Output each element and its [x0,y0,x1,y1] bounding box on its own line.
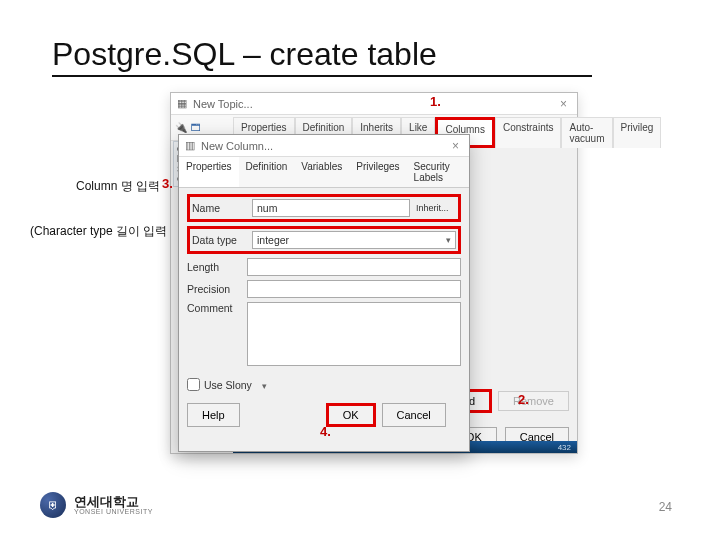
tab-strip-front: Properties Definition Variables Privileg… [179,157,469,188]
column-icon: ▥ [185,139,195,152]
chevron-down-icon: ▾ [446,235,451,245]
tab-constraints[interactable]: Constraints [495,117,562,148]
help-button[interactable]: Help [187,403,240,427]
ftab-privileges[interactable]: Privileges [349,157,406,187]
page-number: 24 [659,500,672,514]
input-length[interactable] [247,258,461,276]
titlebar-back: ▦ New Topic... × [171,93,577,115]
logo-subtext: YONSEI UNIVERSITY [74,508,153,515]
input-precision[interactable] [247,280,461,298]
label-datatype: Data type [192,234,252,246]
slide-title: Postgre.SQL – create table [52,36,592,77]
tab-autovacuum[interactable]: Auto-vacuum [561,117,612,148]
annotation-4: 4. [320,424,331,439]
close-icon[interactable]: × [556,97,571,111]
combo-datatype-value: integer [257,234,289,246]
annotation-3: 3. [162,176,173,191]
chevron-down-icon: ▾ [262,381,267,391]
titlebar-front: ▥ New Column... × [179,135,469,157]
logo-text: 연세대학교 [74,495,153,508]
row-datatype: Data type integer ▾ [187,226,461,254]
row-comment: Comment [187,302,461,366]
label-length: Length [187,261,247,273]
logo-shield-icon: ⛨ [40,492,66,518]
row-use-slony: Use Slony ▾ [179,376,469,393]
close-icon-front[interactable]: × [448,139,463,153]
taskbar-hint: 432 [558,443,571,452]
ftab-security[interactable]: Security Labels [407,157,469,187]
ok-button-front[interactable]: OK [326,403,376,427]
university-logo: ⛨ 연세대학교 YONSEI UNIVERSITY [40,492,153,518]
window-new-column: ▥ New Column... × Properties Definition … [178,134,470,452]
plug-icon[interactable]: 🔌 [175,122,187,133]
ftab-definition[interactable]: Definition [239,157,295,187]
label-name: Name [192,202,252,214]
checkbox-use-slony[interactable] [187,378,200,391]
annotation-column-name: Column 명 입력 [76,178,160,195]
screenshot-composite: ▦ New Topic... × 🔌 🗔 Object browser Serv… [170,92,580,462]
annotation-length: (Character type 길이 입력 [30,223,167,240]
sql-icon[interactable]: 🗔 [191,122,201,133]
combo-slony[interactable]: ▾ [262,379,461,391]
input-name[interactable]: num [252,199,410,217]
label-precision: Precision [187,283,247,295]
cancel-button-front[interactable]: Cancel [382,403,446,427]
label-comment: Comment [187,302,247,314]
row-length: Length [187,258,461,276]
window-title-front: New Column... [201,140,273,152]
textarea-comment[interactable] [247,302,461,366]
annotation-1: 1. [430,94,441,109]
remove-button: Remove [498,391,569,411]
window-title-back: New Topic... [193,98,253,110]
ftab-properties[interactable]: Properties [179,157,239,187]
label-inherit: Inherit... [416,203,456,213]
combo-datatype[interactable]: integer ▾ [252,231,456,249]
row-precision: Precision [187,280,461,298]
app-icon: ▦ [177,97,187,110]
form-area: Name num Inherit... Data type integer ▾ … [179,188,469,376]
tab-privileges[interactable]: Privileg [613,117,662,148]
label-use-slony: Use Slony [204,379,252,391]
annotation-2: 2. [518,392,529,407]
row-name: Name num Inherit... [187,194,461,222]
ftab-variables[interactable]: Variables [294,157,349,187]
